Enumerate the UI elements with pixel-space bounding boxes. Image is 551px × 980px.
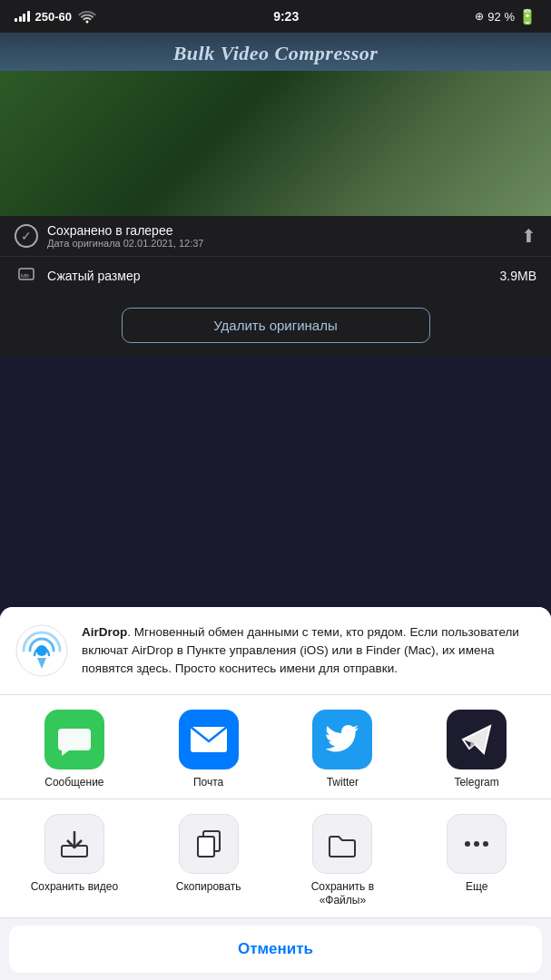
date-label: Дата оригинала 02.01.2021, 12:37 — [47, 238, 512, 249]
delete-originals-button[interactable]: Удалить оригиналы — [122, 308, 430, 343]
app-icons-row: Сообщение Почта Twitt — [9, 710, 542, 789]
app-label-telegram: Telegram — [454, 776, 498, 789]
svg-marker-7 — [463, 726, 490, 753]
status-time: 9:23 — [273, 9, 299, 24]
save-video-icon — [44, 814, 104, 874]
copy-icon — [179, 814, 239, 874]
app-label-message: Сообщение — [44, 776, 103, 789]
message-bubble-icon — [56, 721, 93, 758]
compressed-size: 3.9MB — [500, 269, 536, 283]
video-thumbnail — [0, 71, 551, 216]
action-label-save-files: Сохранить в «Файлы» — [292, 880, 392, 908]
folder-symbol — [326, 828, 359, 860]
saved-info-row: ✓ Сохранено в галерее Дата оригинала 02.… — [0, 216, 551, 256]
saved-label: Сохранено в галерее — [47, 223, 512, 238]
gps-icon: ⊕ — [475, 10, 484, 23]
status-bar: 250-60 9:23 ⊕ 92 % 🔋 — [0, 0, 551, 33]
app-title: Bulk Video Compressor — [0, 42, 551, 65]
battery-icon: 🔋 — [518, 8, 536, 25]
app-item-twitter[interactable]: Twitter — [292, 710, 392, 789]
more-icon — [447, 814, 507, 874]
save-video-symbol — [58, 828, 91, 860]
compressed-label: Сжатый размер — [47, 269, 491, 283]
app-label-twitter: Twitter — [327, 776, 359, 789]
app-icons-section: Сообщение Почта Twitt — [0, 695, 551, 799]
app-item-mail[interactable]: Почта — [159, 710, 259, 789]
app-item-message[interactable]: Сообщение — [25, 710, 124, 789]
action-item-more[interactable]: Еще — [427, 814, 526, 895]
twitter-icon — [312, 710, 372, 769]
app-item-telegram[interactable]: Telegram — [427, 710, 526, 789]
action-icons-section: Сохранить видео Скопировать — [0, 799, 551, 918]
app-label-mail: Почта — [193, 776, 223, 789]
telegram-plane-icon — [458, 721, 495, 758]
svg-rect-12 — [198, 837, 214, 857]
telegram-icon — [447, 710, 507, 769]
more-dots-symbol — [460, 828, 493, 860]
svg-text:MB: MB — [21, 273, 29, 279]
airdrop-description: AirDrop. Мгновенный обмен данными с теми… — [82, 623, 536, 679]
svg-point-13 — [465, 841, 470, 847]
svg-point-15 — [483, 841, 488, 847]
check-circle-icon: ✓ — [15, 224, 38, 248]
mail-envelope-icon — [190, 726, 228, 753]
status-battery: ⊕ 92 % 🔋 — [475, 8, 536, 25]
action-item-copy[interactable]: Скопировать — [159, 814, 259, 895]
action-label-more: Еще — [466, 880, 487, 895]
action-label-save-video: Сохранить видео — [31, 880, 118, 895]
message-icon — [44, 710, 104, 769]
copy-symbol — [192, 828, 225, 860]
airdrop-logo — [15, 623, 69, 678]
twitter-bird-icon — [324, 724, 360, 755]
cancel-label: Отменить — [238, 940, 313, 957]
svg-point-14 — [474, 841, 479, 847]
size-row: MB Сжатый размер 3.9MB — [0, 256, 551, 295]
share-icon[interactable]: ⬆ — [521, 225, 536, 247]
size-icon: MB — [15, 264, 38, 288]
app-header: Bulk Video Compressor — [0, 33, 551, 71]
signal-icon — [15, 11, 30, 22]
action-item-save-video[interactable]: Сохранить видео — [25, 814, 124, 895]
files-icon — [312, 814, 372, 874]
mail-icon — [179, 710, 239, 769]
share-sheet: AirDrop. Мгновенный обмен данными с теми… — [0, 607, 551, 980]
airdrop-title: AirDrop — [82, 625, 127, 639]
airdrop-section: AirDrop. Мгновенный обмен данными с теми… — [0, 607, 551, 696]
cancel-section[interactable]: Отменить — [9, 926, 542, 973]
action-item-save-files[interactable]: Сохранить в «Файлы» — [292, 814, 392, 908]
wifi-icon — [77, 9, 97, 24]
airdrop-icon — [15, 623, 69, 678]
action-label-copy: Скопировать — [176, 880, 241, 895]
delete-btn-area: Удалить оригиналы — [0, 295, 551, 356]
action-icons-row: Сохранить видео Скопировать — [9, 814, 542, 908]
status-carrier: 250-60 — [15, 9, 97, 24]
